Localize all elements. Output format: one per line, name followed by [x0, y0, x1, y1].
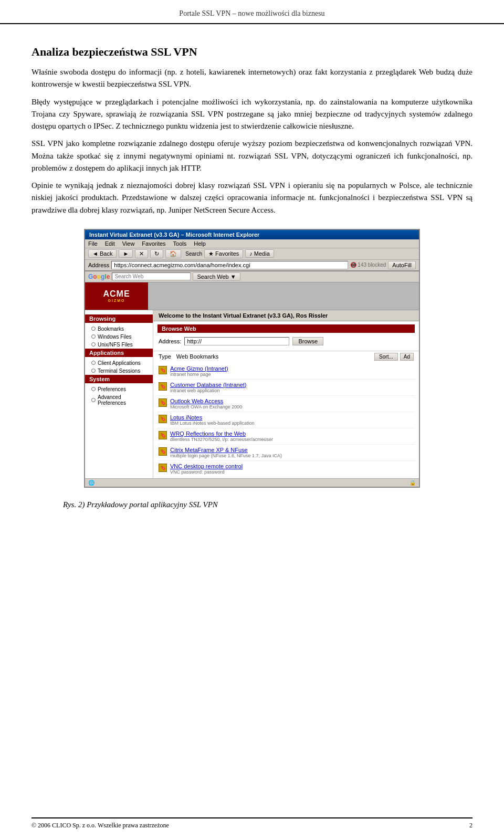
- google-search-button[interactable]: Search Web ▼: [193, 272, 240, 281]
- browse-web-area: Address: Browse: [153, 335, 419, 351]
- sidebar-windows-files-label: Windows Files: [98, 334, 131, 340]
- sidebar-applications-title: Applications: [85, 349, 153, 357]
- security-icon: 🔒: [410, 480, 416, 486]
- sidebar-advanced-preferences-label: Advanced Preferences: [98, 394, 149, 406]
- forward-button[interactable]: ►: [119, 249, 133, 258]
- acme-logo: ACME GIZMO: [85, 282, 148, 310]
- favorites-toolbar-btn[interactable]: ★ Favorites: [204, 249, 243, 258]
- menu-favorites[interactable]: Favorites: [142, 240, 165, 247]
- sort-button[interactable]: Sort...: [374, 353, 398, 361]
- sidebar-item-client-apps[interactable]: Client Applications: [85, 359, 153, 367]
- menu-help[interactable]: Help: [194, 240, 206, 247]
- blocked-label: 📵 143 blocked: [350, 262, 386, 268]
- bookmark-icon-4: 🔖: [159, 431, 167, 439]
- bookmark-link-3[interactable]: Lotus iNotes: [170, 414, 414, 421]
- vpn-header: ACME GIZMO: [85, 282, 419, 310]
- list-item: 🔖 WRQ Reflections for the Web dlientless…: [158, 428, 415, 445]
- home-button[interactable]: 🏠: [165, 249, 181, 258]
- sidebar-item-windows-files[interactable]: Windows Files: [85, 333, 153, 341]
- browser-screenshot: Instant Virtual Extranet (v3.3 GA) – Mic…: [84, 229, 420, 488]
- toolbar-search-label: Search: [185, 251, 202, 257]
- figure-caption: Rys. 2) Przykładowy portal aplikacyjny S…: [63, 500, 472, 509]
- page-header: Portale SSL VPN – nowe możliwości dla bi…: [0, 0, 504, 24]
- radio-unix-files: [91, 342, 96, 346]
- bookmark-link-4[interactable]: WRQ Reflections for the Web: [170, 430, 414, 437]
- bookmark-icon-6: 🔖: [159, 464, 167, 472]
- bookmark-content-2: Outlook Web Access Microsoft OWA on Exch…: [170, 398, 414, 410]
- sidebar-item-advanced-preferences[interactable]: Advanced Preferences: [85, 393, 153, 407]
- bookmarks-actions: Sort... Ad: [374, 353, 414, 361]
- section-title: Analiza bezpieczeństwa SSL VPN: [32, 45, 472, 59]
- page-footer: © 2006 CLICO Sp. z o.o. Wszelkie prawa z…: [32, 817, 472, 830]
- browse-address-input[interactable]: [184, 337, 289, 345]
- bookmark-content-3: Lotus iNotes IBM Lotus iNotes web-based …: [170, 414, 414, 426]
- browser-title: Instant Virtual Extranet (v3.3 GA) – Mic…: [89, 232, 259, 238]
- sidebar-terminal-sessions-label: Terminal Sessions: [98, 368, 140, 374]
- autofill-button[interactable]: AutoFill: [388, 261, 416, 269]
- list-item: 🔖 Outlook Web Access Microsoft OWA on Ex…: [158, 396, 415, 412]
- bookmark-desc-1: intranet web application: [170, 388, 414, 393]
- menu-tools[interactable]: Tools: [173, 240, 187, 247]
- radio-preferences: [91, 387, 96, 391]
- radio-bookmarks: [91, 327, 96, 331]
- address-input[interactable]: [111, 261, 348, 269]
- bookmark-link-0[interactable]: Acme Gizmo (Intranet): [170, 365, 414, 372]
- bookmark-desc-2: Microsoft OWA on Exchange 2000: [170, 404, 414, 410]
- vpn-banner: [148, 282, 419, 310]
- browse-web-header: Browse Web: [158, 324, 415, 333]
- menu-file[interactable]: File: [88, 240, 98, 247]
- footer-copyright: © 2006 CLICO Sp. z o.o. Wszelkie prawa z…: [32, 822, 169, 830]
- bookmark-desc-6: VNC password: password: [170, 469, 414, 475]
- list-item: 🔖 Lotus iNotes IBM Lotus iNotes web-base…: [158, 412, 415, 428]
- sidebar-item-preferences[interactable]: Preferences: [85, 385, 153, 393]
- body-paragraph-3: SSL VPN jako kompletne rozwiązanie zdaln…: [32, 138, 472, 174]
- sidebar-system-title: System: [85, 375, 153, 383]
- google-search-input[interactable]: [112, 272, 191, 280]
- list-item: 🔖 Acme Gizmo (Intranet) intranet home pa…: [158, 363, 415, 380]
- list-item: 🔖 Citrix MetaFrame XP & NFuse multiple l…: [158, 445, 415, 461]
- body-paragraph-2: Błędy występujące w przeglądarkach i pot…: [32, 96, 472, 133]
- vpn-sidebar: Browsing Bookmarks Windows Files Unix/NF…: [85, 310, 153, 478]
- sidebar-client-apps-label: Client Applications: [98, 360, 141, 366]
- vpn-app-area: ACME GIZMO Browsing Bookmarks Windows: [85, 282, 419, 478]
- menu-view[interactable]: View: [122, 240, 135, 247]
- type-label: Type: [159, 353, 171, 360]
- add-button[interactable]: Ad: [400, 353, 414, 361]
- list-item: 🔖 VNC desktop remote control VNC passwor…: [158, 461, 415, 477]
- browser-titlebar: Instant Virtual Extranet (v3.3 GA) – Mic…: [85, 230, 419, 239]
- google-label: Google: [88, 273, 110, 280]
- radio-windows-files: [91, 334, 96, 339]
- bookmark-content-6: VNC desktop remote control VNC password:…: [170, 463, 414, 475]
- body-paragraph-1: Właśnie swoboda dostępu do informacji (n…: [32, 66, 472, 91]
- bookmark-link-2[interactable]: Outlook Web Access: [170, 398, 414, 404]
- status-icon: 🌐: [88, 480, 94, 486]
- bookmark-content-5: Citrix MetaFrame XP & NFuse multiple log…: [170, 447, 414, 458]
- sidebar-preferences-label: Preferences: [98, 386, 126, 392]
- bookmarks-header-left: Type Web Bookmarks: [159, 353, 218, 360]
- radio-terminal-sessions: [91, 369, 96, 373]
- media-button[interactable]: ♪ Media: [245, 249, 274, 258]
- back-button[interactable]: ◄ Back: [88, 249, 117, 258]
- sidebar-item-bookmarks[interactable]: Bookmarks: [85, 325, 153, 333]
- header-title: Portale SSL VPN – nowe możliwości dla bi…: [179, 9, 324, 17]
- bookmark-desc-0: intranet home page: [170, 372, 414, 377]
- address-bar: Address 📵 143 blocked AutoFill: [85, 260, 419, 271]
- bookmark-desc-3: IBM Lotus iNotes web-based application: [170, 421, 414, 426]
- sidebar-item-unix-files[interactable]: Unix/NFS Files: [85, 341, 153, 349]
- body-paragraph-4: Opinie te wynikają jednak z nieznajomośc…: [32, 180, 472, 216]
- bookmark-icon-3: 🔖: [159, 415, 167, 423]
- menu-edit[interactable]: Edit: [105, 240, 115, 247]
- bookmark-link-1[interactable]: Customer Database (Intranet): [170, 382, 414, 388]
- sidebar-item-terminal-sessions[interactable]: Terminal Sessions: [85, 367, 153, 375]
- sidebar-browsing-title: Browsing: [85, 314, 153, 323]
- bookmark-icon-2: 🔖: [159, 398, 167, 407]
- bookmark-link-6[interactable]: VNC desktop remote control: [170, 463, 414, 469]
- bookmark-link-5[interactable]: Citrix MetaFrame XP & NFuse: [170, 447, 414, 453]
- bookmark-desc-5: multiple login page (NFuse 1.6, NFuse 1.…: [170, 453, 414, 458]
- browser-toolbar: ◄ Back ► ✕ ↻ 🏠 Search ★ Favorites ♪ Medi…: [85, 248, 419, 260]
- bookmarks-header: Type Web Bookmarks Sort... Ad: [153, 351, 419, 362]
- vpn-body: Browsing Bookmarks Windows Files Unix/NF…: [85, 310, 419, 478]
- browse-button[interactable]: Browse: [292, 337, 323, 345]
- refresh-button[interactable]: ↻: [150, 249, 163, 258]
- stop-button[interactable]: ✕: [135, 249, 148, 258]
